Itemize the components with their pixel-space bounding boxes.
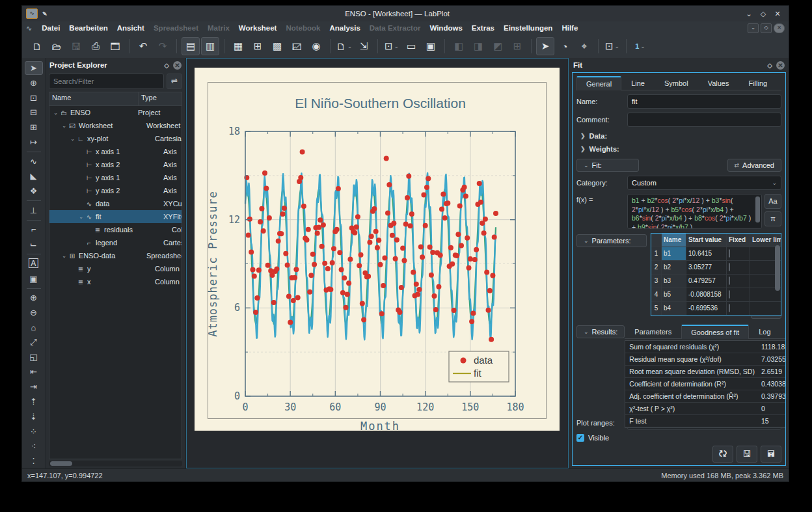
fit-page-button[interactable]: ▭	[402, 37, 420, 55]
param-start-value-cell[interactable]: 3.05277	[686, 261, 727, 275]
data-point[interactable]	[254, 295, 260, 301]
zoom-in-tool[interactable]: ⊕	[25, 291, 43, 304]
scale-auto-y-tool[interactable]: ⁚	[25, 454, 43, 468]
filter-options-button[interactable]: ⇌	[167, 74, 182, 89]
data-point[interactable]	[492, 234, 497, 239]
fixed-checkbox[interactable]	[729, 263, 730, 271]
param-fixed-cell[interactable]	[727, 247, 750, 261]
data-point[interactable]	[261, 228, 266, 234]
zoom-fit-tool[interactable]: ⤢	[25, 336, 43, 349]
print-button[interactable]: ⎙	[87, 37, 105, 55]
minimize-button[interactable]: ⌄	[742, 10, 756, 18]
data-point[interactable]	[359, 252, 364, 258]
data-point[interactable]	[467, 265, 472, 271]
data-point[interactable]	[293, 267, 299, 272]
data-point[interactable]	[420, 254, 425, 260]
data-point[interactable]	[398, 310, 403, 315]
data-point[interactable]	[262, 170, 267, 176]
data-point[interactable]	[421, 193, 426, 198]
data-point[interactable]	[381, 283, 386, 288]
data-point[interactable]	[307, 290, 312, 295]
data-point[interactable]	[274, 267, 279, 272]
data-point[interactable]	[406, 174, 411, 179]
menu-analysis[interactable]: Analysis	[325, 23, 364, 33]
formula-input[interactable]: b1 + b2*cos( 2*pi*x/12 ) + b3*sin( 2*pi*…	[627, 194, 762, 229]
add-curve-tool[interactable]: ∿	[25, 155, 43, 168]
data-point[interactable]	[300, 149, 305, 154]
data-point[interactable]	[481, 230, 487, 236]
data-point[interactable]	[463, 194, 468, 199]
data-point[interactable]	[315, 231, 320, 236]
shift-down-y-tool[interactable]: ⇣	[25, 410, 43, 424]
data-point[interactable]	[483, 217, 488, 222]
data-point[interactable]	[468, 256, 473, 262]
data-point[interactable]	[328, 287, 333, 292]
data-point[interactable]	[318, 217, 323, 222]
data-point[interactable]	[259, 206, 264, 211]
data-point[interactable]	[416, 287, 422, 292]
zoom-fit-x-tool[interactable]: ◱	[25, 351, 43, 364]
data-point[interactable]	[399, 285, 404, 290]
data-point[interactable]	[474, 247, 479, 252]
data-point[interactable]	[486, 308, 491, 313]
param-fixed-cell[interactable]	[727, 275, 750, 288]
data-point[interactable]	[292, 275, 297, 280]
zoom-select-mode-button[interactable]: ⌖	[575, 37, 593, 55]
param-fixed-cell[interactable]	[727, 302, 750, 316]
data-point[interactable]	[276, 239, 281, 244]
add-text-tool[interactable]: ⌙	[25, 237, 43, 251]
data-point[interactable]	[438, 252, 443, 258]
param-start-value-cell[interactable]: 10.6415	[686, 247, 727, 261]
data-point[interactable]	[403, 221, 409, 226]
param-start-value-cell[interactable]: -0.0808158	[686, 288, 727, 302]
parameters-table[interactable]: NameStart valueFixedLower limitUpper lim…	[651, 233, 781, 316]
scale-auto-tool[interactable]: ⁘	[25, 425, 43, 438]
data-point[interactable]	[331, 246, 336, 251]
data-point[interactable]	[439, 206, 444, 211]
data-point[interactable]	[265, 263, 271, 268]
search-input[interactable]: Search/Filter	[49, 74, 164, 89]
data-point[interactable]	[319, 244, 325, 249]
shift-up-y-tool[interactable]: ⇡	[25, 395, 43, 409]
data-point[interactable]	[334, 227, 340, 232]
param-col-fixed[interactable]: Fixed	[727, 234, 750, 247]
data-point[interactable]	[342, 275, 347, 280]
data-point[interactable]	[325, 266, 331, 271]
data-point[interactable]	[424, 185, 429, 190]
zoom-x-select-tool[interactable]: ⊟	[25, 105, 43, 119]
mdi-minimize-button[interactable]: ⌄	[748, 23, 759, 33]
data-point[interactable]	[285, 263, 290, 268]
worksheet-view[interactable]: El Niño-Southern Oscillation030609012015…	[186, 58, 569, 468]
data-point[interactable]	[355, 214, 360, 219]
weights-section-toggle[interactable]: ❯ Weights:	[580, 145, 781, 153]
data-point[interactable]	[264, 186, 269, 191]
menu-ansicht[interactable]: Ansicht	[113, 23, 149, 33]
zoom-origin-tool[interactable]: ⌂	[25, 321, 43, 334]
new-worksheet-button[interactable]: 🗠	[288, 37, 306, 55]
data-point[interactable]	[409, 211, 414, 217]
data-point[interactable]	[310, 252, 316, 257]
close-dock-icon[interactable]: ✕	[173, 61, 182, 70]
data-point[interactable]	[291, 298, 296, 303]
param-name-cell[interactable]: b5	[662, 288, 686, 302]
data-point[interactable]	[405, 195, 410, 200]
worksheet-sheet[interactable]: El Niño-Southern Oscillation030609012015…	[195, 68, 560, 431]
data-point[interactable]	[394, 237, 399, 243]
data-point[interactable]	[423, 223, 428, 228]
data-point[interactable]	[372, 206, 377, 211]
data-point[interactable]	[442, 215, 448, 221]
fit-selection-button[interactable]: ▣	[422, 37, 440, 55]
data-point[interactable]	[493, 211, 498, 216]
data-point[interactable]	[295, 295, 301, 300]
param-lower-limit-cell[interactable]	[750, 302, 781, 316]
param-name-cell[interactable]: b3	[662, 275, 686, 288]
data-point[interactable]	[384, 156, 389, 161]
save-as-button[interactable]: 🖬	[761, 446, 781, 463]
tree-row-y[interactable]: ≣yColumn	[49, 262, 182, 275]
data-point[interactable]	[298, 175, 303, 180]
scale-auto-x-tool[interactable]: ⁖	[25, 439, 43, 453]
tree-column-type[interactable]: Type	[139, 92, 182, 105]
data-point[interactable]	[308, 273, 314, 278]
float-dock-icon[interactable]: ◇	[767, 62, 772, 69]
data-point[interactable]	[357, 263, 362, 268]
